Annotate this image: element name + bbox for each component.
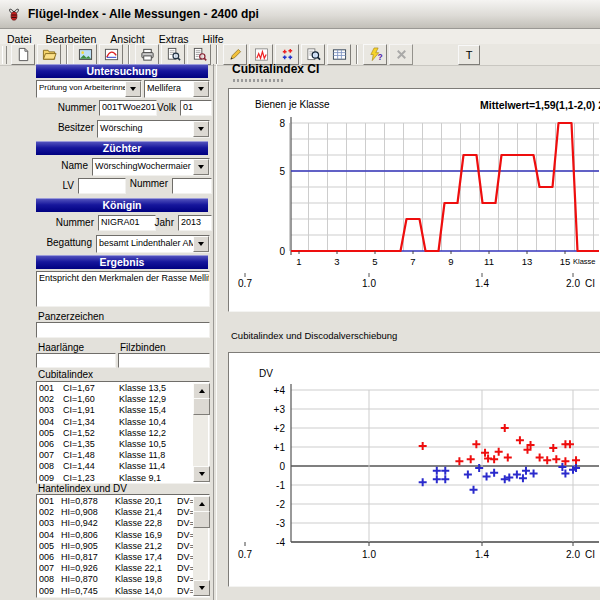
begattung-select[interactable]: besamt Lindenthaler AMZ [96, 235, 210, 253]
print-preview-button[interactable] [161, 44, 185, 65]
koenigin-nummer-field[interactable]: NIGRA01 [98, 215, 156, 231]
page-preview-button[interactable] [187, 44, 211, 65]
scroll-thumb[interactable] [193, 511, 210, 528]
list-item[interactable]: 001HI=0,878Klasse 20,1DV=+1,2 [39, 496, 193, 507]
lv-label: LV [58, 180, 74, 192]
panel-divider [213, 64, 217, 600]
list-item[interactable]: 007CI=1,48Klasse 11,8 [39, 450, 193, 461]
besitzer-select[interactable]: Wörsching [97, 120, 210, 138]
scroll-down-icon[interactable] [193, 466, 210, 482]
nummer-label: Nummer [54, 102, 96, 114]
scroll-down-icon[interactable] [193, 580, 210, 596]
toolbar-separator [356, 45, 358, 64]
cubitalindex-list[interactable]: 001CI=1,67Klasse 13,5002CI=1,60Klasse 12… [36, 381, 210, 484]
ergebnis-text-field[interactable]: Entspricht den Merkmalen der Rasse Melli… [36, 271, 210, 307]
svg-text:8: 8 [279, 118, 285, 129]
volk-label: Volk [154, 102, 176, 114]
svg-text:5: 5 [372, 256, 377, 267]
list-item[interactable]: 006HI=0,817Klasse 17,4DV=+0,4 [39, 552, 193, 563]
panzerzeichen-field[interactable] [36, 322, 210, 338]
svg-text:1.4: 1.4 [475, 549, 489, 560]
chevron-down-icon[interactable] [125, 81, 141, 97]
table-button[interactable] [327, 44, 351, 65]
scroll-thumb[interactable] [193, 398, 210, 415]
scroll-up-icon[interactable] [193, 496, 210, 512]
title-bar[interactable]: Flügel-Index - Alle Messungen - 2400 dpi [0, 0, 600, 29]
close-icon [394, 47, 409, 62]
svg-text:?: ? [377, 52, 382, 62]
toolbar-separator [216, 45, 218, 64]
jahr-field[interactable]: 2013 [178, 215, 212, 231]
svg-text:Klasse: Klasse [573, 257, 596, 266]
list-item[interactable]: 005HI=0,905Klasse 21,2DV=+2,0 [39, 541, 193, 552]
list-item[interactable]: 004CI=1,34Klasse 10,4 [39, 417, 193, 428]
image-button[interactable] [73, 44, 97, 65]
svg-text:+1: +1 [274, 442, 286, 453]
toolbar-grip[interactable] [2, 46, 7, 64]
section-header-zuechter: Züchter [36, 141, 208, 155]
scrollbar[interactable] [193, 496, 208, 596]
print-button[interactable] [135, 44, 159, 65]
svg-text:+4: +4 [274, 385, 286, 396]
list-item[interactable]: 008HI=0,870Klasse 19,8DV=+0,3 [39, 574, 193, 585]
list-item[interactable]: 004HI=0,806Klasse 16,9DV=-1,1 [39, 530, 193, 541]
wing-measure-button[interactable] [99, 44, 123, 65]
new-document-icon [16, 47, 31, 62]
svg-text:3: 3 [334, 256, 339, 267]
lv-field[interactable] [78, 178, 126, 194]
text-tool-button[interactable]: T [458, 45, 480, 65]
besitzer-label: Besitzer [50, 122, 94, 134]
jahr-label: Jahr [150, 217, 174, 229]
rasse-select[interactable]: Mellifera [144, 80, 210, 98]
list-item[interactable]: 008CI=1,44Klasse 11,4 [39, 461, 193, 472]
filzbinden-field[interactable] [118, 353, 210, 368]
chevron-down-icon[interactable] [193, 236, 209, 252]
image-icon [78, 47, 93, 62]
list-item[interactable]: 001CI=1,67Klasse 13,5 [39, 383, 193, 394]
new-document-button[interactable] [11, 44, 35, 65]
zoom-document-icon [306, 47, 321, 62]
cubitalindex-plot: 85013579111315Klasse0.71.01.42.0CI [229, 89, 599, 309]
menu-bar: DateiBearbeitenAnsichtExtrasHilfe [0, 29, 600, 44]
untersuchung-nummer-field[interactable]: 001TWoe2014 [99, 100, 157, 116]
list-item[interactable]: 003HI=0,942Klasse 22,8DV=+1,2 [39, 518, 193, 529]
scroll-up-icon[interactable] [193, 383, 210, 399]
hantel-list[interactable]: 001HI=0,878Klasse 20,1DV=+1,2002HI=0,908… [36, 494, 210, 598]
list-item[interactable]: 005CI=1,52Klasse 12,2 [39, 428, 193, 439]
zuechter-name-label: Name [56, 160, 88, 172]
list-item[interactable]: 002HI=0,908Klasse 21,4DV=+1,4 [39, 507, 193, 518]
application-window: { "window": { "title": "Flügel-Index - A… [0, 0, 600, 600]
list-item[interactable]: 009HI=0,745Klasse 14,0DV=-0,2 [39, 586, 193, 596]
svg-text:0.7: 0.7 [238, 278, 252, 289]
scrollbar[interactable] [193, 383, 208, 482]
svg-text:15: 15 [560, 256, 571, 267]
open-file-button[interactable] [37, 44, 61, 65]
list-item[interactable]: 002CI=1,60Klasse 12,9 [39, 394, 193, 405]
koenigin-nummer-label: Nummer [52, 217, 94, 229]
svg-text:CI: CI [585, 278, 595, 289]
svg-text:CI: CI [585, 549, 595, 560]
pruefung-select[interactable]: Prüfung von Arbeiterinnen [36, 80, 142, 98]
list-item[interactable]: 007HI=0,926Klasse 22,1DV=-0,7 [39, 563, 193, 574]
chevron-down-icon[interactable] [193, 121, 209, 137]
dv-scatter-chart: DV+4+3+2+10-1-2-3-40.71.01.42.0CI [228, 352, 600, 587]
cubitalindex-chart: Bienen je Klasse Mittelwert=1,59(1,1-2,0… [228, 88, 600, 312]
chevron-down-icon[interactable] [193, 159, 209, 175]
print-preview-icon [166, 47, 181, 62]
help-button[interactable]: ? [363, 44, 387, 65]
pencil-icon [228, 47, 243, 62]
list-item[interactable]: 006CI=1,35Klasse 10,5 [39, 439, 193, 450]
list-item[interactable]: 009CI=1,23Klasse 9,1 [39, 473, 193, 482]
zuechter-nummer-field[interactable] [172, 178, 212, 194]
chart2-title: Cubitalindex und Discodalverschiebung [231, 330, 397, 341]
zuechter-name-select[interactable]: WörschingWochermaier [92, 158, 210, 176]
dv-scatter-plot: DV+4+3+2+10-1-2-3-40.71.01.42.0CI [229, 353, 599, 584]
svg-text:1.0: 1.0 [362, 549, 376, 560]
list-item[interactable]: 003CI=1,91Klasse 15,4 [39, 405, 193, 416]
svg-text:0: 0 [279, 461, 285, 472]
chevron-down-icon[interactable] [193, 81, 209, 97]
zuechter-nummer-label: Nummer [126, 178, 168, 190]
svg-text:2.0: 2.0 [566, 278, 580, 289]
haarlaenge-field[interactable] [36, 353, 116, 368]
volk-field[interactable]: 01 [180, 100, 212, 116]
